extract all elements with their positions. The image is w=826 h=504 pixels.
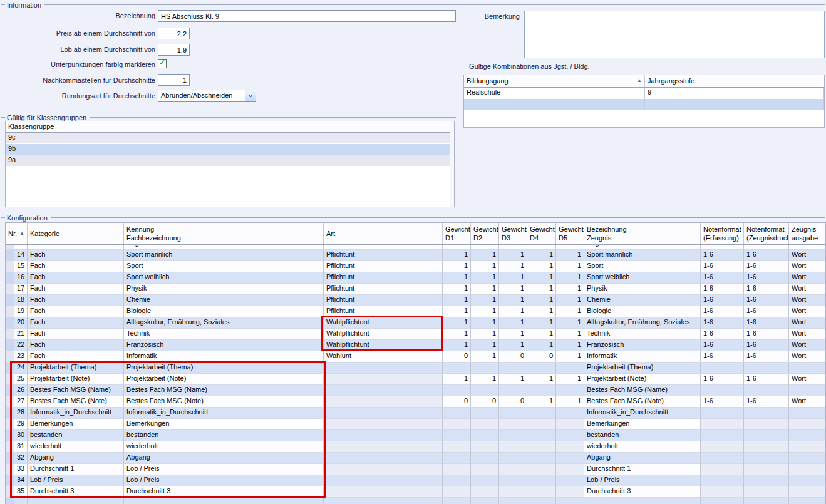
cell-g4[interactable]: 1 (556, 284, 584, 295)
cell-nf_druck[interactable]: 1-6 (744, 295, 789, 306)
table-row[interactable]: 16FachSport weiblichPflichtunt11111Sport… (6, 272, 825, 284)
table-row[interactable]: 33Durchschnitt 1Lob / PreisDurchschnitt … (6, 464, 825, 475)
cell-g2[interactable]: 1 (499, 306, 527, 317)
cell-nf_erfassung[interactable]: 1-6 (701, 340, 744, 351)
column-header-gewicht-d4[interactable]: Gewicht D4 (527, 223, 556, 244)
cell-ausgabe[interactable] (789, 363, 825, 374)
cell-g1[interactable]: 1 (471, 250, 499, 261)
cell-kennung[interactable]: bestanden (124, 430, 324, 441)
cell-g3[interactable]: 1 (527, 396, 556, 408)
cell-kategorie[interactable]: Bemerkungen (28, 419, 124, 430)
table-row[interactable]: 15FachSportPflichtunt11111Sport1-61-6Wor… (6, 261, 825, 272)
cell-g1[interactable]: 1 (471, 272, 499, 284)
column-header-bildungsgang[interactable]: Bildungsgang ▲ (464, 75, 645, 87)
cell-kennung[interactable]: Bestes Fach MSG (Name) (124, 385, 324, 396)
cell-jahrgangsstufe[interactable]: 9 (645, 88, 824, 99)
cell-nr[interactable]: 31 (14, 441, 28, 453)
cell-nf_druck[interactable] (744, 441, 789, 453)
cell-g2[interactable] (499, 385, 527, 396)
lob-input[interactable] (158, 44, 190, 56)
cell-art[interactable] (324, 498, 443, 504)
cell-g1[interactable]: 1 (471, 340, 499, 351)
cell-ausgabe[interactable]: Wort (789, 261, 825, 272)
cell-g3[interactable]: 1 (527, 284, 556, 295)
cell-g3[interactable]: 1 (527, 340, 556, 351)
column-header-gewicht-d3[interactable]: Gewicht D3 (499, 223, 527, 244)
cell-nf_druck[interactable]: 1-6 (744, 272, 789, 284)
cell-g3[interactable]: 1 (527, 317, 556, 329)
cell-nf_druck[interactable] (744, 430, 789, 441)
cell-nf_erfassung[interactable]: 1-6 (701, 250, 744, 261)
cell-g2[interactable] (499, 363, 527, 374)
cell-g3[interactable] (527, 419, 556, 430)
cell-g1[interactable] (471, 475, 499, 486)
cell-nf_druck[interactable]: 1-6 (744, 306, 789, 317)
cell-kategorie[interactable]: Abgang (28, 453, 124, 464)
table-row[interactable]: 13FachEnglischPflichtunt11111Englisch1-6… (6, 245, 825, 250)
cell-art[interactable]: Pflichtunt (324, 261, 443, 272)
cell-nr[interactable]: 14 (14, 250, 28, 261)
cell-ausgabe[interactable]: Wort (789, 396, 825, 408)
cell-kategorie[interactable]: Projektarbeit (Thema) (28, 363, 124, 374)
cell-g1[interactable]: 1 (471, 317, 499, 329)
cell-nf_erfassung[interactable]: 1-6 (701, 295, 744, 306)
cell-g2[interactable]: 1 (499, 261, 527, 272)
cell-g4[interactable] (556, 430, 584, 441)
cell-nf_erfassung[interactable]: 1-6 (701, 351, 744, 363)
cell-ausgabe[interactable]: Wort (789, 317, 825, 329)
cell-nr[interactable]: 30 (14, 430, 28, 441)
cell-g3[interactable] (527, 363, 556, 374)
cell-nf_druck[interactable] (744, 453, 789, 464)
cell-kategorie[interactable]: Fach (28, 317, 124, 329)
cell-g4[interactable] (556, 486, 584, 498)
cell-g0[interactable]: 1 (443, 340, 471, 351)
list-item-klassengruppe[interactable]: 9c (6, 133, 454, 144)
cell-g4[interactable]: 1 (556, 272, 584, 284)
cell-nf_druck[interactable] (744, 419, 789, 430)
cell-kennung[interactable]: Projektarbeit (Note) (124, 374, 324, 385)
cell-ausgabe[interactable]: Wort (789, 340, 825, 351)
cell-g3[interactable] (527, 475, 556, 486)
cell-g1[interactable] (471, 408, 499, 419)
cell-ausgabe[interactable]: Wort (789, 351, 825, 363)
table-row[interactable]: 27Bestes Fach MSG (Note)Bestes Fach MSG … (6, 396, 825, 408)
cell-kategorie[interactable]: Fach (28, 261, 124, 272)
cell-kennung[interactable]: Informatik (124, 351, 324, 363)
cell-g0[interactable]: 1 (443, 284, 471, 295)
cell-kategorie[interactable]: Durchschnitt 3 (28, 486, 124, 498)
cell-nf_druck[interactable]: 1-6 (744, 351, 789, 363)
cell-ausgabe[interactable] (789, 408, 825, 419)
cell-art[interactable] (324, 363, 443, 374)
cell-nr[interactable]: 23 (14, 351, 28, 363)
cell-art[interactable] (324, 486, 443, 498)
cell-g3[interactable] (527, 453, 556, 464)
cell-nr[interactable]: 17 (14, 284, 28, 295)
cell-art[interactable] (324, 408, 443, 419)
cell-art[interactable] (324, 419, 443, 430)
unterpunktungen-checkbox[interactable]: ✓ (158, 59, 167, 68)
table-row[interactable]: 14FachSport männlichPflichtunt11111Sport… (6, 250, 825, 261)
cell-nf_erfassung[interactable] (701, 408, 744, 419)
table-row[interactable]: 18FachChemiePflichtunt11111Chemie1-61-6W… (6, 295, 825, 306)
column-header-gewicht-d2[interactable]: Gewicht D2 (471, 223, 499, 244)
cell-nf_druck[interactable]: 1-6 (744, 284, 789, 295)
cell-bez[interactable]: Sport männlich (584, 250, 701, 261)
cell-g0[interactable]: 1 (443, 295, 471, 306)
cell-nf_erfassung[interactable] (701, 498, 744, 504)
cell-g2[interactable]: 0 (499, 351, 527, 363)
cell-g3[interactable] (527, 385, 556, 396)
cell-g4[interactable]: 1 (556, 306, 584, 317)
cell-g2[interactable]: 1 (499, 245, 527, 250)
cell-nr[interactable]: 24 (14, 363, 28, 374)
cell-g2[interactable]: 1 (499, 317, 527, 329)
cell-nf_druck[interactable] (744, 498, 789, 504)
table-row[interactable]: Realschule9 (464, 88, 824, 99)
cell-g4[interactable] (556, 408, 584, 419)
cell-g1[interactable] (471, 419, 499, 430)
table-row[interactable]: 23FachInformatikWahlunt01001Informatik1-… (6, 351, 825, 363)
table-row[interactable]: 32AbgangAbgangAbgang (6, 453, 825, 464)
cell-g4[interactable]: 1 (556, 374, 584, 385)
table-row[interactable]: 20FachAlltagskultur, Ernährung, Soziales… (6, 317, 825, 329)
cell-g1[interactable]: 1 (471, 284, 499, 295)
table-row[interactable]: 30bestandenbestandenbestanden (6, 430, 825, 441)
